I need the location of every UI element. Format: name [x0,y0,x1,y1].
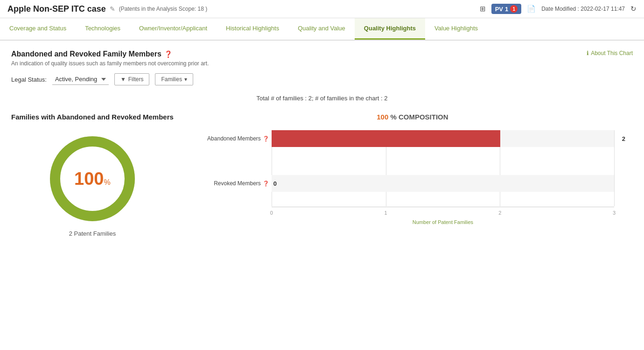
bar-track-abandoned: 2 [272,130,614,147]
donut-center: 100% [74,169,111,189]
app-header: Apple Non-SEP ITC case ✎ (Patents in the… [0,0,644,18]
x-axis-label: Number of Patent Families [272,219,614,225]
tab-qual-highlights[interactable]: Quality Highlights [355,18,425,40]
legal-status-label: Legal Status: [11,76,47,83]
donut-percent-sym: % [104,178,111,186]
bar-value-abandoned: 2 [622,135,625,142]
chart-area: Families with Abandoned and Revoked Memb… [11,113,633,237]
x-tick-3: 3 [613,210,616,216]
families-button[interactable]: Families ▾ [155,73,193,85]
tab-historical[interactable]: Historical Highlights [217,18,288,40]
help-icon[interactable]: ❓ [164,50,172,58]
bar-label-revoked: Revoked Members ❓ [192,180,269,187]
notification-badge: 1 [510,5,518,13]
composition-pct: 100 [377,113,388,121]
section-title: Abandoned and Revoked Family Members ❓ [11,50,209,58]
header-right: ⊞ PV 1 1 📄 Date Modified : 2022-02-17 11… [480,4,637,14]
bar-track-revoked: 0 [272,175,614,192]
composition-label: % COMPOSITION [390,113,448,121]
pv-badge[interactable]: PV 1 1 [491,4,522,14]
summary-text: Total # of families : 2; # of families i… [11,95,633,102]
tab-quality-value[interactable]: Quality and Value [288,18,355,40]
tab-owner[interactable]: Owner/Inventor/Applicant [130,18,217,40]
filter-icon: ▼ [120,76,126,83]
tab-technologies[interactable]: Technologies [76,18,130,40]
legal-status-select[interactable]: Active, Pending Active Pending All [52,74,109,85]
edit-icon[interactable]: ✎ [110,5,115,13]
x-tick-2: 2 [498,210,501,216]
doc-icon[interactable]: 📄 [527,5,536,13]
patents-scope: (Patents in the Analysis Scope: 18 ) [119,6,207,12]
bar-fill-abandoned [272,130,500,147]
nav-tabs: Coverage and Status Technologies Owner/I… [0,18,644,41]
date-modified: Date Modified : 2022-02-17 11:47 [541,6,625,12]
abandoned-label-text: Abandoned Members [207,135,261,142]
header-left: Apple Non-SEP ITC case ✎ (Patents in the… [7,4,207,14]
bar-row-abandoned: Abandoned Members ❓ 2 [272,130,614,147]
section-header-left: Abandoned and Revoked Family Members ❓ A… [11,50,209,67]
section-title-text: Abandoned and Revoked Family Members [11,50,161,58]
pv-number: 1 [505,6,508,13]
filters-button[interactable]: ▼ Filters [114,73,150,85]
grid-icon[interactable]: ⊞ [480,5,486,13]
about-chart-label: About This Chart [591,50,633,56]
revoked-help-icon[interactable]: ❓ [263,181,269,187]
filters-row: Legal Status: Active, Pending Active Pen… [11,73,633,85]
donut-title: Families with Abandoned and Revoked Memb… [11,113,174,121]
app-title: Apple Non-SEP ITC case [7,4,106,14]
composition-header: 100 % COMPOSITION [192,113,633,121]
x-tick-1: 1 [384,210,387,216]
bar-value-revoked: 0 [273,180,277,187]
revoked-label-text: Revoked Members [214,180,261,187]
filter-label: Filters [128,76,144,83]
bars-container: Abandoned Members ❓ 2 Revoked Members ❓ [272,130,614,225]
refresh-icon[interactable]: ↻ [630,5,637,13]
bar-chart-section: 100 % COMPOSITION Abandoned Members [192,113,633,225]
families-chevron: ▾ [184,76,187,83]
section-header: Abandoned and Revoked Family Members ❓ A… [11,50,633,67]
info-icon: ℹ [587,50,589,56]
pv-label: PV [495,6,503,13]
tab-coverage[interactable]: Coverage and Status [0,18,76,40]
families-label: Families [161,76,182,83]
tab-value-highlights[interactable]: Value Highlights [425,18,487,40]
main-content: Abandoned and Revoked Family Members ❓ A… [0,41,644,246]
donut-wrapper: 100% 2 Patent Families [11,132,174,237]
donut-svg: 100% [46,132,139,225]
about-chart-link[interactable]: ℹ About This Chart [587,50,633,56]
donut-section: Families with Abandoned and Revoked Memb… [11,113,174,237]
donut-percent: 100 [74,169,104,189]
donut-families-label: 2 Patent Families [69,230,116,237]
abandoned-help-icon[interactable]: ❓ [263,136,269,142]
bar-row-revoked: Revoked Members ❓ 0 [272,175,614,192]
x-axis: 0 1 2 3 [272,207,614,210]
section-subtitle: An indication of quality issues such as … [11,60,209,67]
bar-label-abandoned: Abandoned Members ❓ [192,135,269,142]
x-tick-0: 0 [270,210,273,216]
